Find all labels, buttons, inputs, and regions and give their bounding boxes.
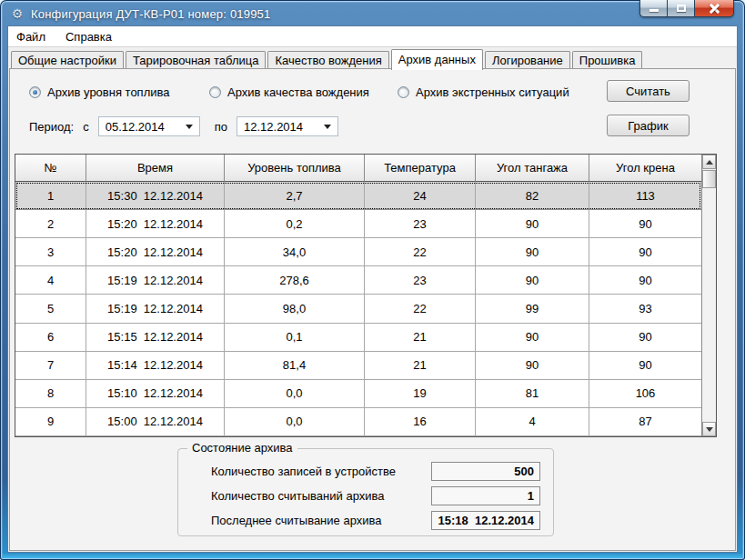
date-from-value: 05.12.2014 [106, 120, 165, 134]
field-value: 15:18 12.12.2014 [431, 511, 540, 530]
cell: 81,4 [225, 352, 365, 380]
cell: 9 [15, 408, 86, 436]
cell: 90 [476, 238, 589, 266]
cell: 15:19 12.12.2014 [86, 266, 225, 295]
graph-button[interactable]: График [607, 115, 690, 136]
archive-table-main: № Время Уровень топлива Температура Угол… [15, 155, 701, 436]
status-row-records-count: Количество записей в устройстве 500 [211, 462, 540, 481]
tab-driving-quality[interactable]: Качество вождения [267, 51, 388, 69]
menu-bar: Файл Справка [8, 26, 737, 47]
read-button[interactable]: Считать [607, 80, 690, 102]
cell: 15:14 12.12.2014 [86, 352, 225, 380]
cell: 113 [589, 182, 701, 210]
field-label: Последнее считывание архива [211, 514, 381, 527]
scroll-down-button[interactable] [702, 422, 716, 436]
scrollbar-track[interactable] [702, 189, 716, 422]
field-value: 500 [431, 462, 540, 481]
cell: 15:00 12.12.2014 [86, 408, 225, 436]
cell: 81 [476, 380, 589, 408]
column-header-fuel-level[interactable]: Уровень топлива [225, 155, 365, 182]
groupbox-title: Состояние архива [187, 441, 297, 455]
tab-firmware[interactable]: Прошивка [572, 51, 643, 69]
archive-status-groupbox: Состояние архива Количество записей в ус… [177, 448, 554, 536]
date-to-value: 12.12.2014 [244, 120, 303, 134]
maximize-button[interactable] [667, 0, 694, 17]
cell: 8 [15, 380, 86, 408]
menu-help[interactable]: Справка [65, 30, 112, 44]
window-title: Конфигурация ДУТ-КВ-Р01 номер: 019951 [31, 7, 270, 21]
cell: 6 [15, 324, 86, 352]
chevron-down-icon [186, 125, 193, 129]
cell: 15:20 12.12.2014 [86, 210, 225, 238]
archive-tab-page: Архив уровня топлива Архив качества вожд… [9, 68, 736, 551]
column-header-temperature[interactable]: Температура [365, 155, 476, 182]
tab-data-archive[interactable]: Архив данных [391, 49, 483, 70]
cell: 90 [589, 238, 701, 266]
minimize-button[interactable] [639, 0, 667, 17]
column-header-time[interactable]: Время [86, 155, 225, 182]
radio-icon [398, 86, 409, 98]
cell: 106 [589, 380, 701, 408]
table-row[interactable]: 9 15:00 12.12.2014 0,0 16 4 87 [15, 408, 701, 436]
date-from-combobox[interactable]: 05.12.2014 [98, 116, 200, 136]
client-area: Файл Справка Общие настройки Тарировочна… [7, 25, 738, 553]
radio-emergency-archive[interactable]: Архив экстренных ситуаций [398, 84, 569, 100]
cell: 90 [476, 266, 589, 295]
title-bar[interactable]: ⚙ Конфигурация ДУТ-КВ-Р01 номер: 019951 [3, 2, 742, 25]
cell: 0,0 [225, 380, 365, 408]
cell: 90 [589, 266, 701, 295]
column-header-number[interactable]: № [15, 155, 86, 182]
close-button[interactable] [694, 0, 734, 17]
tab-general-settings[interactable]: Общие настройки [11, 51, 124, 69]
gear-icon[interactable]: ⚙ [10, 6, 25, 21]
table-row[interactable]: 1 15:30 12.12.2014 2,7 24 82 113 [15, 182, 701, 210]
cell: 0,2 [225, 210, 365, 238]
cell: 90 [589, 210, 701, 238]
cell: 23 [365, 266, 476, 295]
tab-calibration-table[interactable]: Тарировочная таблица [126, 51, 267, 69]
cell: 0,1 [225, 324, 365, 352]
column-header-roll-angle[interactable]: Угол крена [589, 155, 701, 182]
cell: 90 [476, 324, 589, 352]
scrollbar-thumb[interactable] [702, 170, 716, 188]
cell: 90 [476, 352, 589, 380]
radio-fuel-level-archive[interactable]: Архив уровня топлива [29, 84, 170, 100]
cell: 98,0 [225, 295, 365, 323]
cell: 1 [15, 182, 86, 210]
table-row[interactable]: 8 15:10 12.12.2014 0,0 19 81 106 [15, 380, 701, 408]
cell: 22 [365, 238, 476, 266]
table-row[interactable]: 2 15:20 12.12.2014 0,2 23 90 90 [15, 210, 701, 238]
radio-icon [209, 86, 221, 98]
cell: 15:10 12.12.2014 [86, 380, 225, 408]
cell: 93 [589, 295, 701, 323]
cell: 15:15 12.12.2014 [86, 324, 225, 352]
radio-label: Архив уровня топлива [47, 85, 170, 99]
cell: 0,0 [225, 408, 365, 436]
table-row[interactable]: 7 15:14 12.12.2014 81,4 21 90 90 [15, 352, 701, 380]
tab-logging[interactable]: Логирование [485, 51, 570, 69]
table-row[interactable]: 4 15:19 12.12.2014 278,6 23 90 90 [15, 266, 701, 295]
column-header-pitch-angle[interactable]: Угол тангажа [476, 155, 589, 182]
cell: 24 [365, 182, 476, 210]
cell: 3 [15, 238, 86, 266]
date-to-combobox[interactable]: 12.12.2014 [237, 116, 338, 136]
arrow-down-icon [706, 427, 713, 432]
table-row[interactable]: 5 15:19 12.12.2014 98,0 22 99 93 [15, 295, 701, 323]
cell: 15:19 12.12.2014 [86, 295, 225, 323]
table-header-row: № Время Уровень топлива Температура Угол… [15, 155, 701, 182]
cell: 82 [476, 182, 589, 210]
menu-file[interactable]: Файл [16, 30, 45, 44]
table-row[interactable]: 6 15:15 12.12.2014 0,1 21 90 90 [15, 324, 701, 352]
cell: 90 [589, 324, 701, 352]
maximize-icon [677, 5, 686, 12]
archive-table: № Время Уровень топлива Температура Угол… [15, 154, 717, 437]
cell: 99 [476, 295, 589, 323]
table-row[interactable]: 3 15:20 12.12.2014 34,0 22 90 90 [15, 238, 701, 266]
chevron-down-icon [324, 125, 331, 129]
table-body: 1 15:30 12.12.2014 2,7 24 82 113 2 15:20… [15, 182, 701, 436]
scroll-up-button[interactable] [702, 155, 716, 169]
vertical-scrollbar[interactable] [701, 155, 716, 436]
field-value: 1 [431, 486, 540, 505]
radio-driving-quality-archive[interactable]: Архив качества вождения [209, 84, 369, 100]
cell: 23 [365, 210, 476, 238]
